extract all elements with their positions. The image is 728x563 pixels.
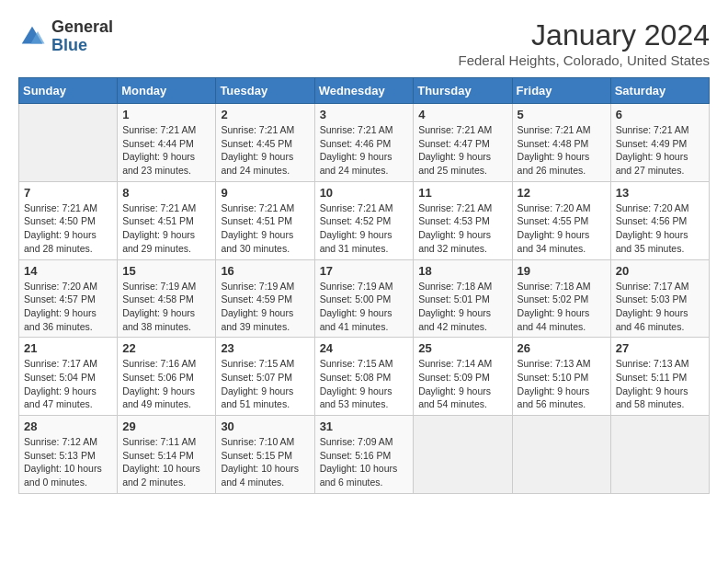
- day-number: 17: [320, 264, 409, 278]
- calendar-cell: 2Sunrise: 7:21 AMSunset: 4:45 PMDaylight…: [216, 104, 314, 182]
- day-info: Sunrise: 7:21 AMSunset: 4:45 PMDaylight:…: [221, 123, 309, 178]
- day-info: Sunrise: 7:21 AMSunset: 4:46 PMDaylight:…: [320, 123, 409, 178]
- calendar-subtitle: Federal Heights, Colorado, United States: [459, 52, 710, 68]
- day-number: 27: [616, 341, 704, 355]
- calendar-cell: 17Sunrise: 7:19 AMSunset: 5:00 PMDayligh…: [314, 259, 414, 338]
- calendar-cell: 14Sunrise: 7:20 AMSunset: 4:57 PMDayligh…: [19, 259, 118, 338]
- day-number: 30: [221, 419, 309, 433]
- day-info: Sunrise: 7:21 AMSunset: 4:51 PMDaylight:…: [122, 201, 210, 256]
- day-number: 28: [24, 419, 112, 433]
- calendar-header: SundayMondayTuesdayWednesdayThursdayFrid…: [19, 78, 710, 104]
- day-number: 23: [221, 341, 309, 355]
- day-info: Sunrise: 7:17 AMSunset: 5:03 PMDaylight:…: [616, 280, 704, 334]
- day-info: Sunrise: 7:21 AMSunset: 4:49 PMDaylight:…: [616, 123, 704, 178]
- calendar-cell: [512, 416, 610, 494]
- day-info: Sunrise: 7:14 AMSunset: 5:09 PMDaylight:…: [418, 357, 506, 411]
- day-info: Sunrise: 7:13 AMSunset: 5:11 PMDaylight:…: [616, 357, 704, 411]
- page-header: General Blue January 2024 Federal Height…: [18, 18, 710, 68]
- calendar-cell: 9Sunrise: 7:21 AMSunset: 4:51 PMDaylight…: [216, 181, 314, 259]
- calendar-week-row: 1Sunrise: 7:21 AMSunset: 4:44 PMDaylight…: [19, 104, 710, 182]
- calendar-cell: 20Sunrise: 7:17 AMSunset: 5:03 PMDayligh…: [610, 259, 709, 338]
- day-info: Sunrise: 7:20 AMSunset: 4:56 PMDaylight:…: [616, 201, 704, 256]
- weekday-header-monday: Monday: [118, 78, 216, 104]
- logo-icon: [18, 23, 46, 51]
- day-info: Sunrise: 7:21 AMSunset: 4:50 PMDaylight:…: [24, 201, 112, 256]
- day-info: Sunrise: 7:21 AMSunset: 4:52 PMDaylight:…: [320, 201, 409, 256]
- day-number: 31: [320, 419, 409, 433]
- day-info: Sunrise: 7:09 AMSunset: 5:16 PMDaylight:…: [320, 435, 409, 489]
- day-info: Sunrise: 7:20 AMSunset: 4:55 PMDaylight:…: [518, 201, 606, 256]
- calendar-cell: 16Sunrise: 7:19 AMSunset: 4:59 PMDayligh…: [216, 259, 314, 338]
- calendar-cell: 24Sunrise: 7:15 AMSunset: 5:08 PMDayligh…: [314, 338, 414, 416]
- calendar-cell: 19Sunrise: 7:18 AMSunset: 5:02 PMDayligh…: [512, 259, 610, 338]
- day-number: 4: [418, 108, 506, 121]
- weekday-header-friday: Friday: [512, 78, 610, 104]
- day-number: 11: [418, 186, 506, 200]
- day-number: 29: [122, 419, 210, 433]
- day-number: 1: [122, 108, 210, 121]
- day-info: Sunrise: 7:21 AMSunset: 4:44 PMDaylight:…: [122, 123, 210, 178]
- day-info: Sunrise: 7:12 AMSunset: 5:13 PMDaylight:…: [24, 435, 112, 489]
- calendar-cell: 21Sunrise: 7:17 AMSunset: 5:04 PMDayligh…: [19, 338, 118, 416]
- day-number: 15: [122, 264, 210, 278]
- day-info: Sunrise: 7:21 AMSunset: 4:53 PMDaylight:…: [418, 201, 506, 256]
- day-number: 12: [518, 186, 606, 200]
- logo-text: General Blue: [51, 18, 113, 55]
- day-number: 21: [24, 341, 112, 355]
- day-number: 26: [518, 341, 606, 355]
- calendar-cell: 22Sunrise: 7:16 AMSunset: 5:06 PMDayligh…: [118, 338, 216, 416]
- calendar-cell: [19, 104, 118, 182]
- day-info: Sunrise: 7:17 AMSunset: 5:04 PMDaylight:…: [24, 357, 112, 411]
- day-info: Sunrise: 7:10 AMSunset: 5:15 PMDaylight:…: [221, 435, 309, 489]
- day-number: 13: [616, 186, 704, 200]
- calendar-week-row: 7Sunrise: 7:21 AMSunset: 4:50 PMDaylight…: [19, 181, 710, 259]
- calendar-week-row: 14Sunrise: 7:20 AMSunset: 4:57 PMDayligh…: [19, 259, 710, 338]
- day-number: 16: [221, 264, 309, 278]
- day-info: Sunrise: 7:11 AMSunset: 5:14 PMDaylight:…: [122, 435, 210, 489]
- day-number: 24: [320, 341, 409, 355]
- day-info: Sunrise: 7:15 AMSunset: 5:08 PMDaylight:…: [320, 357, 409, 411]
- calendar-cell: 23Sunrise: 7:15 AMSunset: 5:07 PMDayligh…: [216, 338, 314, 416]
- day-info: Sunrise: 7:16 AMSunset: 5:06 PMDaylight:…: [122, 357, 210, 411]
- logo-blue-text: Blue: [51, 37, 113, 55]
- weekday-header-tuesday: Tuesday: [216, 78, 314, 104]
- day-info: Sunrise: 7:21 AMSunset: 4:47 PMDaylight:…: [418, 123, 506, 178]
- calendar-cell: 18Sunrise: 7:18 AMSunset: 5:01 PMDayligh…: [414, 259, 512, 338]
- calendar-title: January 2024: [459, 18, 710, 52]
- calendar-cell: [610, 416, 709, 494]
- calendar-cell: 15Sunrise: 7:19 AMSunset: 4:58 PMDayligh…: [118, 259, 216, 338]
- day-info: Sunrise: 7:21 AMSunset: 4:51 PMDaylight:…: [221, 201, 309, 256]
- calendar-cell: 29Sunrise: 7:11 AMSunset: 5:14 PMDayligh…: [118, 416, 216, 494]
- day-number: 25: [418, 341, 506, 355]
- calendar-cell: 13Sunrise: 7:20 AMSunset: 4:56 PMDayligh…: [610, 181, 709, 259]
- title-section: January 2024 Federal Heights, Colorado, …: [459, 18, 710, 68]
- day-info: Sunrise: 7:18 AMSunset: 5:01 PMDaylight:…: [418, 280, 506, 334]
- day-number: 18: [418, 264, 506, 278]
- weekday-header-wednesday: Wednesday: [314, 78, 414, 104]
- day-info: Sunrise: 7:15 AMSunset: 5:07 PMDaylight:…: [221, 357, 309, 411]
- calendar-table: SundayMondayTuesdayWednesdayThursdayFrid…: [18, 77, 710, 494]
- day-number: 22: [122, 341, 210, 355]
- day-info: Sunrise: 7:21 AMSunset: 4:48 PMDaylight:…: [518, 123, 606, 178]
- calendar-cell: 4Sunrise: 7:21 AMSunset: 4:47 PMDaylight…: [414, 104, 512, 182]
- day-number: 10: [320, 186, 409, 200]
- calendar-cell: 5Sunrise: 7:21 AMSunset: 4:48 PMDaylight…: [512, 104, 610, 182]
- day-info: Sunrise: 7:18 AMSunset: 5:02 PMDaylight:…: [518, 280, 606, 334]
- calendar-cell: 1Sunrise: 7:21 AMSunset: 4:44 PMDaylight…: [118, 104, 216, 182]
- weekday-header-row: SundayMondayTuesdayWednesdayThursdayFrid…: [19, 78, 710, 104]
- day-info: Sunrise: 7:19 AMSunset: 4:58 PMDaylight:…: [122, 280, 210, 334]
- day-number: 8: [122, 186, 210, 200]
- day-number: 2: [221, 108, 309, 121]
- calendar-cell: 8Sunrise: 7:21 AMSunset: 4:51 PMDaylight…: [118, 181, 216, 259]
- calendar-cell: 30Sunrise: 7:10 AMSunset: 5:15 PMDayligh…: [216, 416, 314, 494]
- calendar-cell: 27Sunrise: 7:13 AMSunset: 5:11 PMDayligh…: [610, 338, 709, 416]
- day-number: 20: [616, 264, 704, 278]
- day-info: Sunrise: 7:19 AMSunset: 5:00 PMDaylight:…: [320, 280, 409, 334]
- calendar-body: 1Sunrise: 7:21 AMSunset: 4:44 PMDaylight…: [19, 104, 710, 494]
- day-number: 5: [518, 108, 606, 121]
- day-number: 6: [616, 108, 704, 121]
- logo-general-text: General: [51, 18, 113, 37]
- day-info: Sunrise: 7:19 AMSunset: 4:59 PMDaylight:…: [221, 280, 309, 334]
- calendar-cell: 31Sunrise: 7:09 AMSunset: 5:16 PMDayligh…: [314, 416, 414, 494]
- calendar-week-row: 21Sunrise: 7:17 AMSunset: 5:04 PMDayligh…: [19, 338, 710, 416]
